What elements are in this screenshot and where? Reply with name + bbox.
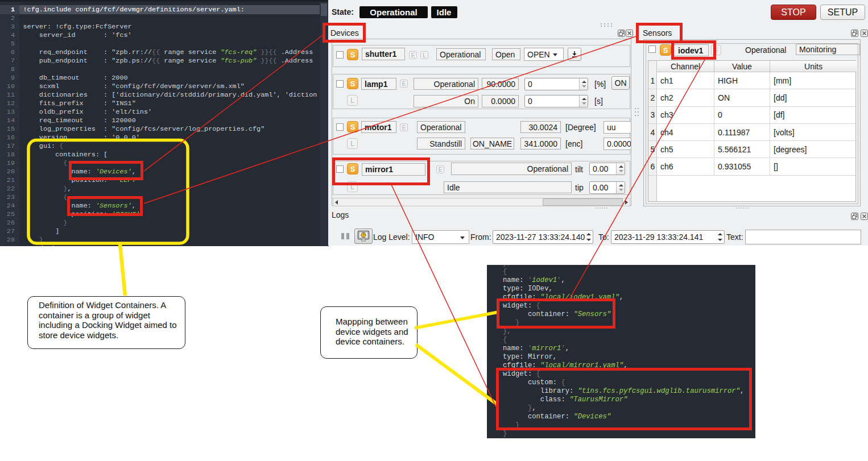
svg-text:?: ?: [362, 233, 365, 237]
